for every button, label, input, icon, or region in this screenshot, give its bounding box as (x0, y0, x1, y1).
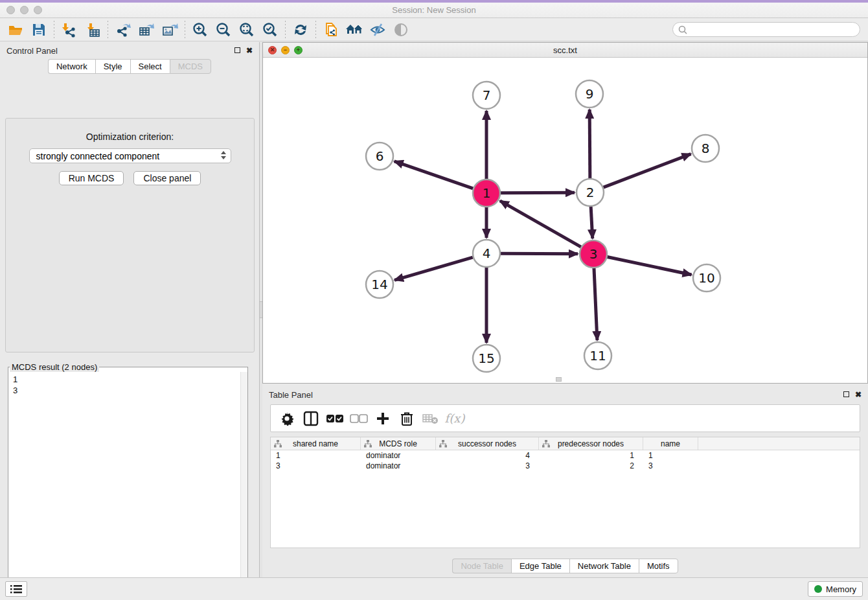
node-2[interactable]: 2 (577, 179, 604, 206)
close-panel-button[interactable]: Close panel (133, 171, 201, 185)
table-cell[interactable]: dominator (361, 450, 436, 461)
node-1[interactable]: 1 (473, 179, 500, 207)
column-header-predecessor-nodes[interactable]: predecessor nodes (539, 437, 643, 450)
network-window-titlebar[interactable]: ✕ − + scc.txt (263, 43, 867, 58)
table-cell[interactable]: 1 (643, 450, 698, 461)
control-panel-tabs: NetworkStyleSelectMCDS (0, 59, 259, 74)
network-view-window: ✕ − + scc.txt 7968124314101511 (262, 42, 868, 384)
eye-slash-icon[interactable] (366, 20, 389, 40)
table-cell[interactable]: 1 (271, 450, 361, 461)
edge-3-11[interactable] (594, 268, 597, 340)
memory-button[interactable]: Memory (808, 581, 863, 597)
table-cell[interactable]: 2 (539, 461, 643, 471)
criterion-select[interactable]: strongly connected component (29, 148, 231, 163)
column-layout-icon[interactable] (301, 409, 321, 428)
zoom-in-icon[interactable] (188, 20, 212, 40)
refresh-icon[interactable] (289, 20, 312, 40)
eye-icon[interactable] (389, 20, 413, 40)
gear-icon[interactable] (277, 409, 297, 428)
edge-1-6[interactable] (394, 161, 474, 189)
tab-style[interactable]: Style (95, 59, 130, 74)
edge-4-3[interactable] (501, 253, 578, 254)
network-canvas[interactable]: 7968124314101511 (263, 58, 867, 383)
check-all-icon[interactable] (325, 409, 345, 428)
column-header-successor-nodes[interactable]: successor nodes (436, 437, 539, 450)
edge-4-14[interactable] (394, 257, 473, 280)
uncheck-all-icon[interactable] (349, 409, 369, 428)
edge-2-9[interactable] (589, 110, 590, 178)
column-header-mcds-role[interactable]: MCDS role (361, 437, 436, 450)
zoom-out-icon[interactable] (212, 20, 235, 40)
network-graph[interactable]: 7968124314101511 (263, 58, 867, 383)
node-11[interactable]: 11 (584, 342, 611, 369)
node-4[interactable]: 4 (473, 240, 500, 267)
search-field[interactable] (672, 22, 860, 37)
toolbar-separator (315, 21, 316, 39)
memory-label: Memory (826, 584, 856, 594)
table-tab-edge-table[interactable]: Edge Table (511, 559, 569, 573)
column-header-shared-name[interactable]: shared name (271, 437, 361, 450)
node-3[interactable]: 3 (580, 240, 607, 268)
float-table-panel-icon[interactable] (843, 391, 849, 398)
table-row[interactable]: 1dominator411 (271, 450, 860, 461)
table-cell[interactable]: dominator (361, 461, 436, 471)
tab-mcds[interactable]: MCDS (170, 59, 211, 74)
node-8[interactable]: 8 (692, 135, 719, 162)
minimize-window-button[interactable] (20, 6, 29, 14)
export-table-icon[interactable] (135, 20, 158, 40)
column-header-name[interactable]: name (643, 437, 698, 450)
save-floppy-icon[interactable] (27, 20, 51, 40)
table-cell[interactable]: 3 (271, 461, 361, 471)
table-cell[interactable]: 4 (436, 450, 539, 461)
automation-list-button[interactable] (5, 581, 27, 597)
edge-3-10[interactable] (608, 257, 692, 275)
export-image-icon[interactable] (158, 20, 181, 40)
table-tab-network-table[interactable]: Network Table (569, 559, 639, 573)
clone-network-icon[interactable] (319, 20, 343, 40)
add-column-icon[interactable] (373, 409, 393, 428)
network-close-icon[interactable]: ✕ (268, 46, 277, 54)
houses-icon[interactable] (343, 20, 366, 40)
close-window-button[interactable] (6, 6, 15, 14)
network-minimize-icon[interactable]: − (281, 46, 290, 54)
node-10[interactable]: 10 (693, 264, 720, 292)
window-controls[interactable] (6, 6, 42, 14)
export-network-icon[interactable] (111, 20, 135, 40)
close-table-panel-icon[interactable]: ✖ (855, 391, 862, 398)
table-tab-node-table[interactable]: Node Table (452, 559, 511, 573)
result-scrollbar[interactable] (240, 372, 247, 600)
open-folder-icon[interactable] (4, 20, 27, 40)
table-row[interactable]: 3dominator323 (271, 461, 860, 471)
edge-2-8[interactable] (604, 154, 691, 188)
table-cell[interactable]: 3 (643, 461, 698, 471)
mcds-result-list[interactable]: 1 3 (8, 372, 247, 600)
zoom-fit-icon[interactable] (235, 20, 258, 40)
import-network-icon[interactable] (58, 20, 81, 40)
zoom-selected-icon[interactable] (258, 20, 282, 40)
tab-select[interactable]: Select (130, 59, 170, 74)
run-mcds-button[interactable]: Run MCDS (59, 171, 124, 185)
zoom-window-button[interactable] (34, 6, 42, 14)
canvas-resize-grip[interactable] (556, 377, 562, 382)
network-maximize-icon[interactable]: + (294, 46, 303, 54)
edge-3-1[interactable] (500, 201, 581, 247)
float-panel-icon[interactable] (234, 47, 240, 54)
edge-1-2[interactable] (501, 192, 575, 193)
node-15[interactable]: 15 (473, 345, 500, 372)
edge-2-3[interactable] (591, 207, 593, 238)
node-7[interactable]: 7 (473, 82, 500, 109)
table-cell[interactable]: 1 (539, 450, 643, 461)
trash-icon[interactable] (397, 409, 417, 428)
tab-network[interactable]: Network (48, 59, 95, 74)
control-panel: Control Panel ✖ NetworkStyleSelectMCDS O… (0, 42, 259, 577)
table-cell[interactable]: 3 (436, 461, 539, 471)
node-9[interactable]: 9 (576, 80, 603, 108)
svg-text:6: 6 (376, 148, 384, 164)
table-tab-motifs[interactable]: Motifs (639, 559, 678, 573)
node-14[interactable]: 14 (366, 271, 393, 298)
search-input[interactable] (691, 25, 854, 34)
node-6[interactable]: 6 (366, 143, 393, 170)
import-table-icon[interactable] (81, 20, 104, 40)
close-panel-icon[interactable]: ✖ (246, 47, 253, 54)
table-tabs: Node TableEdge TableNetwork TableMotifs (262, 559, 868, 573)
